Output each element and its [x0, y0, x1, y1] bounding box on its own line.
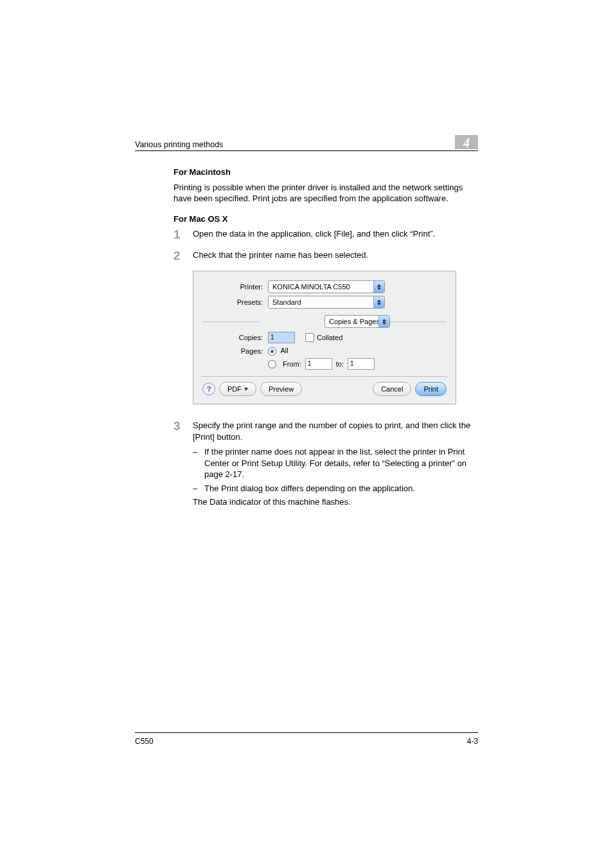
- step-text: Check that the printer name has been sel…: [193, 249, 478, 262]
- sub-item: If the printer name does not appear in t…: [204, 446, 478, 480]
- print-button[interactable]: Print: [415, 382, 447, 396]
- select-arrow-icon: [373, 296, 384, 308]
- step-number: 3: [173, 420, 193, 508]
- print-dialog: Printer: KONICA MINOLTA C550 Presets: St…: [193, 271, 456, 404]
- printer-label: Printer:: [202, 282, 268, 292]
- chevron-down-icon: [244, 388, 248, 391]
- presets-label: Presets:: [202, 298, 268, 307]
- printer-select-value: KONICA MINOLTA C550: [272, 282, 350, 292]
- sub-item: The Print dialog box differs depending o…: [204, 483, 415, 494]
- footer-model: C550: [135, 737, 154, 746]
- help-button[interactable]: ?: [202, 383, 215, 395]
- running-head: Various printing methods: [135, 140, 223, 149]
- to-label: to:: [336, 359, 344, 369]
- preview-button[interactable]: Preview: [260, 382, 302, 396]
- to-input[interactable]: 1: [348, 358, 375, 370]
- dialog-separator: [201, 376, 448, 377]
- copies-label: Copies:: [202, 333, 268, 343]
- intro-para: Printing is possible when the printer dr…: [173, 182, 478, 204]
- select-arrow-icon: [378, 316, 389, 327]
- pages-label: Pages:: [202, 346, 268, 356]
- bullet-dash: –: [193, 446, 204, 480]
- from-input[interactable]: 1: [305, 358, 332, 370]
- heading-for-macosx: For Mac OS X: [173, 213, 478, 225]
- pane-select[interactable]: Copies & Pages: [324, 315, 390, 328]
- chapter-box: 4: [455, 135, 478, 149]
- collated-checkbox[interactable]: [305, 333, 314, 342]
- step-text: Specify the print range and the number o…: [193, 420, 478, 442]
- pdf-menu-button[interactable]: PDF: [219, 382, 256, 396]
- pdf-button-label: PDF: [227, 384, 242, 394]
- from-label: From:: [283, 359, 301, 369]
- copies-input[interactable]: 1: [268, 332, 295, 343]
- heading-for-macintosh: For Macintosh: [173, 167, 478, 178]
- header-rule: [135, 150, 478, 151]
- step-text: Open the data in the application, click …: [193, 228, 478, 240]
- bullet-dash: –: [193, 483, 204, 494]
- step-number: 2: [173, 249, 193, 262]
- collated-label: Collated: [317, 333, 342, 343]
- step-tail-text: The Data indicator of this machine flash…: [193, 496, 478, 508]
- pages-range-radio[interactable]: [268, 360, 276, 368]
- presets-select[interactable]: Standard: [268, 296, 385, 309]
- select-arrow-icon: [373, 281, 384, 293]
- pages-all-label: All: [280, 347, 288, 354]
- presets-select-value: Standard: [272, 298, 301, 307]
- printer-select[interactable]: KONICA MINOLTA C550: [268, 280, 385, 293]
- pane-select-value: Copies & Pages: [329, 317, 380, 327]
- step-number: 1: [173, 228, 193, 240]
- pages-all-radio[interactable]: [268, 347, 276, 356]
- cancel-button[interactable]: Cancel: [373, 382, 411, 396]
- footer-page-number: 4-3: [467, 737, 478, 746]
